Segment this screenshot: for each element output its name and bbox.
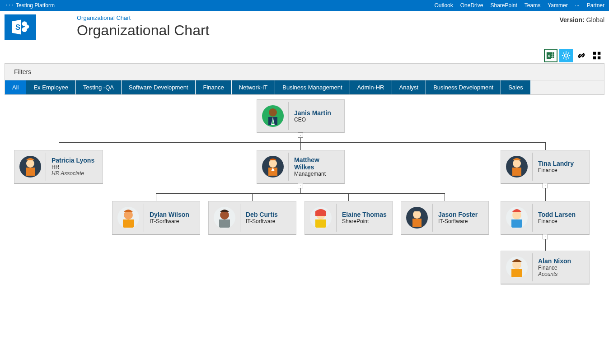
node-dept: Finance (538, 167, 584, 173)
suite-links: OutlookOneDriveSharePointTeamsYammer···P… (434, 2, 604, 9)
avatar-icon (262, 105, 284, 127)
node-dept: Finance (538, 265, 584, 271)
grid-view-button[interactable] (590, 49, 604, 62)
suite-link-partner[interactable]: Partner (587, 2, 604, 9)
svg-rect-29 (123, 219, 134, 228)
node-mgmt[interactable]: Matthew Wilkes Managemant (257, 150, 345, 184)
node-name: Tina Landry (538, 160, 584, 167)
avatar-icon (506, 257, 528, 278)
node-hr[interactable]: Patricia Lyons HR HR Associate (14, 150, 103, 184)
filter-tab-business-management[interactable]: Business Management (275, 80, 350, 94)
suite-link-···[interactable]: ··· (575, 2, 580, 9)
node-it3[interactable]: Elaine Thomas SharePoint (304, 201, 393, 235)
suite-bar: ⋮⋮⋮ Testing Platform OutlookOneDriveShar… (0, 0, 609, 11)
collapse-handle[interactable]: - (543, 234, 548, 239)
svg-rect-8 (551, 54, 553, 56)
node-dept: SharePoint (342, 218, 387, 224)
svg-point-34 (413, 210, 421, 219)
avatar-icon (19, 156, 41, 177)
filter-tab-analyst[interactable]: Analyst (392, 80, 426, 94)
suite-link-onedrive[interactable]: OneDrive (460, 2, 483, 9)
node-name: Elaine Thomas (342, 211, 387, 218)
svg-rect-37 (511, 219, 522, 228)
toolbar: X (544, 49, 604, 62)
svg-rect-11 (553, 56, 554, 58)
node-it4[interactable]: Jason Foster IT-Sorftware (401, 201, 489, 235)
filters-panel: Filters AllEx EmployeeTesting -QASoftwar… (5, 63, 604, 95)
node-it1[interactable]: Dylan Wilson IT-Sorftware (112, 201, 200, 235)
svg-rect-13 (593, 52, 596, 55)
node-fin[interactable]: Tina Landry Finance (501, 150, 590, 184)
suite-link-yammer[interactable]: Yammer (548, 2, 567, 9)
svg-point-21 (26, 159, 34, 168)
svg-rect-16 (598, 56, 600, 59)
node-role: Acounts (538, 271, 584, 277)
sharepoint-logo[interactable]: S (5, 14, 36, 40)
grid-icon (592, 51, 602, 61)
filter-tab-testing--qa[interactable]: Testing -QA (76, 80, 122, 94)
settings-button[interactable] (559, 49, 573, 62)
node-fin3[interactable]: Alan Nixon Finance Acounts (501, 251, 590, 285)
link-icon (576, 51, 586, 61)
node-name: Dylan Wilson (150, 211, 194, 218)
suite-link-sharepoint[interactable]: SharePoint (490, 2, 517, 9)
collapse-handle[interactable]: - (298, 132, 303, 138)
node-dept: IT-Sorftware (438, 218, 483, 224)
svg-rect-10 (551, 56, 553, 58)
avatar-icon (506, 156, 528, 177)
node-dept: HR (52, 164, 97, 170)
filter-tab-network-it[interactable]: Network-IT (232, 80, 276, 94)
svg-text:X: X (548, 54, 551, 58)
node-ceo[interactable]: Janis Martin CEO (257, 99, 345, 133)
link-button[interactable] (575, 49, 588, 62)
node-fin2[interactable]: Todd Larsen Finance (501, 201, 590, 235)
excel-export-button[interactable]: X (544, 49, 557, 62)
suite-link-teams[interactable]: Teams (525, 2, 540, 9)
svg-rect-27 (512, 168, 521, 176)
avatar-icon (310, 207, 332, 229)
node-name: Patricia Lyons (52, 157, 97, 164)
filter-tabs: AllEx EmployeeTesting -QASoftware Develo… (5, 80, 604, 94)
filter-tab-ex-employee[interactable]: Ex Employee (26, 80, 76, 94)
node-dept: Managemant (294, 171, 339, 177)
svg-rect-31 (219, 219, 230, 228)
node-role: HR Associate (52, 170, 97, 177)
avatar-icon (406, 207, 428, 229)
avatar-icon (262, 156, 284, 177)
svg-rect-22 (26, 168, 35, 176)
svg-rect-35 (412, 219, 422, 227)
page-header: S Organizational Chart Organizational Ch… (0, 11, 609, 43)
page-title: Organizational Chart (77, 22, 209, 39)
node-it2[interactable]: Deb Curtis IT-Sorftware (208, 201, 296, 235)
filter-tab-all[interactable]: All (5, 80, 26, 94)
filter-tab-software-development[interactable]: Software Development (122, 80, 196, 94)
svg-rect-33 (315, 219, 326, 228)
excel-icon: X (546, 51, 556, 61)
svg-text:S: S (15, 23, 20, 31)
avatar-icon (214, 207, 235, 229)
node-name: Jason Foster (438, 211, 483, 218)
node-name: Todd Larsen (538, 211, 584, 218)
svg-rect-9 (553, 54, 554, 56)
svg-point-12 (564, 54, 567, 57)
filter-tab-sales[interactable]: Sales (501, 80, 531, 94)
node-name: Janis Martin (294, 109, 339, 117)
node-name: Matthew Wilkes (294, 156, 339, 171)
breadcrumb[interactable]: Organizational Chart (77, 14, 209, 21)
platform-name: Testing Platform (16, 2, 55, 9)
node-name: Deb Curtis (246, 211, 290, 218)
version-label: Version: Global (559, 16, 604, 23)
node-dept: IT-Sorftware (246, 218, 290, 224)
svg-rect-14 (598, 52, 600, 55)
gear-icon (561, 51, 571, 61)
filter-tab-business-development[interactable]: Business Development (426, 80, 501, 94)
filter-tab-admin-hr[interactable]: Admin-HR (350, 80, 392, 94)
node-name: Alan Nixon (538, 257, 584, 265)
collapse-handle[interactable]: - (298, 183, 303, 188)
svg-point-3 (25, 25, 29, 29)
suite-link-outlook[interactable]: Outlook (434, 2, 453, 9)
filter-tab-finance[interactable]: Finance (196, 80, 231, 94)
collapse-handle[interactable]: - (543, 183, 548, 188)
grip-icon: ⋮⋮⋮ (5, 4, 14, 8)
node-dept: Finance (538, 218, 584, 224)
